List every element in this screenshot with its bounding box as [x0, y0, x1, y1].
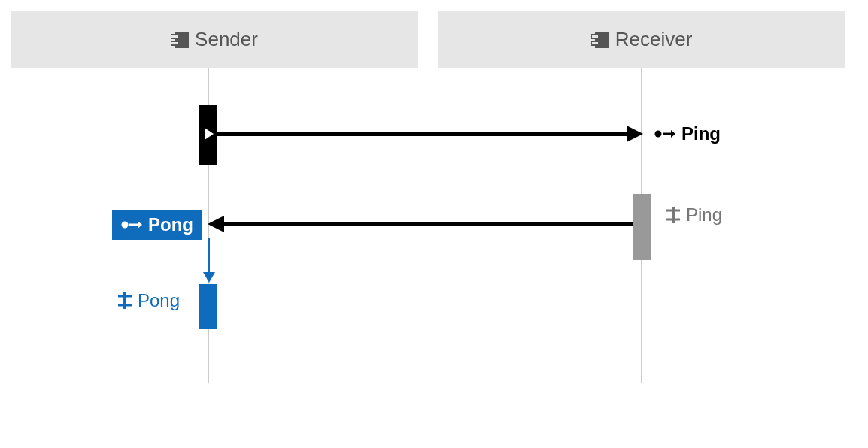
message-receive-icon: [666, 207, 680, 223]
participant-header-receiver: Receiver: [438, 11, 845, 68]
arrowhead-ping: [627, 126, 643, 142]
svg-marker-15: [138, 221, 142, 229]
component-icon: [591, 32, 608, 47]
participant-label-text: Sender: [195, 28, 258, 51]
message-receive-icon: [118, 292, 132, 309]
svg-rect-4: [591, 35, 599, 38]
message-arrow-ping: [217, 132, 630, 136]
message-label-ping-send: Ping: [654, 123, 721, 144]
self-arrow-pong: [208, 238, 210, 275]
participant-label-sender: Sender: [171, 28, 258, 51]
arrowhead-self-pong: [203, 272, 215, 283]
component-icon: [171, 32, 187, 47]
svg-point-13: [122, 222, 129, 229]
svg-rect-5: [591, 41, 599, 45]
arrowhead-pong: [208, 216, 224, 232]
svg-rect-10: [672, 207, 675, 223]
svg-marker-9: [671, 130, 675, 138]
activation-sender-pong: [199, 284, 217, 329]
participant-label-text: Receiver: [615, 28, 693, 51]
message-label-text: Pong: [138, 290, 180, 311]
message-label-pong-send[interactable]: Pong: [112, 210, 202, 240]
message-label-text: Ping: [681, 123, 721, 144]
message-label-pong-recv: Pong: [118, 290, 180, 311]
message-send-icon: [121, 219, 142, 230]
participant-label-receiver: Receiver: [591, 28, 693, 51]
activation-sender-ping: [199, 105, 217, 165]
message-send-icon: [654, 129, 675, 139]
participant-header-sender: Sender: [11, 11, 418, 68]
svg-rect-16: [123, 292, 126, 309]
message-label-text: Pong: [148, 214, 193, 235]
svg-rect-1: [171, 35, 178, 38]
activation-receiver-ping: [633, 194, 651, 260]
svg-marker-6: [205, 128, 214, 140]
svg-rect-2: [171, 41, 178, 45]
message-label-text: Ping: [686, 204, 722, 226]
message-label-ping-recv: Ping: [666, 204, 722, 226]
svg-point-7: [655, 131, 662, 138]
message-arrow-pong: [223, 222, 633, 226]
